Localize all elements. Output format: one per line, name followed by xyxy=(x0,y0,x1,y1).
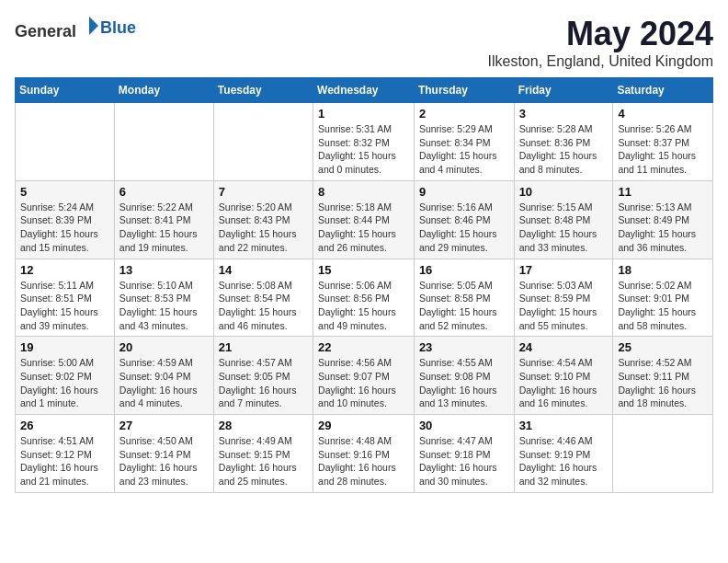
day-number: 7 xyxy=(219,185,308,199)
day-info: Sunrise: 5:20 AM Sunset: 8:43 PM Dayligh… xyxy=(219,201,308,255)
day-info: Sunrise: 4:54 AM Sunset: 9:10 PM Dayligh… xyxy=(519,356,609,410)
day-info: Sunrise: 5:10 AM Sunset: 8:53 PM Dayligh… xyxy=(119,279,209,333)
day-info: Sunrise: 5:28 AM Sunset: 8:36 PM Dayligh… xyxy=(519,122,609,177)
calendar-cell xyxy=(114,103,213,181)
day-info: Sunrise: 5:31 AM Sunset: 8:32 PM Dayligh… xyxy=(318,122,409,177)
calendar-cell: 23Sunrise: 4:55 AM Sunset: 9:08 PM Dayli… xyxy=(414,337,514,415)
day-info: Sunrise: 4:50 AM Sunset: 9:14 PM Dayligh… xyxy=(119,434,209,488)
calendar-cell: 31Sunrise: 4:46 AM Sunset: 9:19 PM Dayli… xyxy=(514,415,613,493)
location-title: Ilkeston, England, United Kingdom xyxy=(488,53,713,70)
day-info: Sunrise: 5:00 AM Sunset: 9:02 PM Dayligh… xyxy=(20,356,109,410)
calendar-cell: 6Sunrise: 5:22 AM Sunset: 8:41 PM Daylig… xyxy=(114,180,213,259)
calendar-cell: 8Sunrise: 5:18 AM Sunset: 8:44 PM Daylig… xyxy=(313,180,415,259)
day-number: 27 xyxy=(119,419,209,432)
calendar-cell xyxy=(613,415,713,493)
calendar-cell: 25Sunrise: 4:52 AM Sunset: 9:11 PM Dayli… xyxy=(613,337,713,415)
page-header: General Blue May 2024 Ilkeston, England,… xyxy=(15,15,713,70)
day-number: 29 xyxy=(318,419,409,432)
calendar-cell xyxy=(213,103,313,181)
week-row-4: 19Sunrise: 5:00 AM Sunset: 9:02 PM Dayli… xyxy=(16,337,713,415)
calendar-cell: 5Sunrise: 5:24 AM Sunset: 8:39 PM Daylig… xyxy=(16,180,115,259)
day-number: 28 xyxy=(219,419,308,432)
day-number: 17 xyxy=(519,263,609,277)
day-number: 13 xyxy=(119,263,209,277)
day-info: Sunrise: 5:03 AM Sunset: 8:59 PM Dayligh… xyxy=(519,279,609,333)
day-number: 31 xyxy=(519,419,609,432)
day-number: 16 xyxy=(419,263,509,277)
weekday-header-row: SundayMondayTuesdayWednesdayThursdayFrid… xyxy=(16,78,713,103)
day-info: Sunrise: 5:13 AM Sunset: 8:49 PM Dayligh… xyxy=(618,201,708,255)
calendar-cell: 11Sunrise: 5:13 AM Sunset: 8:49 PM Dayli… xyxy=(613,180,713,259)
logo-blue: Blue xyxy=(100,18,136,37)
day-number: 8 xyxy=(318,185,409,199)
day-number: 10 xyxy=(519,185,609,199)
day-number: 11 xyxy=(618,185,708,199)
calendar-cell: 15Sunrise: 5:06 AM Sunset: 8:56 PM Dayli… xyxy=(313,259,415,337)
calendar-cell: 4Sunrise: 5:26 AM Sunset: 8:37 PM Daylig… xyxy=(613,103,713,181)
calendar-cell: 29Sunrise: 4:48 AM Sunset: 9:16 PM Dayli… xyxy=(313,415,415,493)
day-number: 4 xyxy=(618,107,708,121)
logo-general: General xyxy=(15,22,76,40)
day-number: 26 xyxy=(20,419,109,432)
day-info: Sunrise: 4:59 AM Sunset: 9:04 PM Dayligh… xyxy=(119,356,209,410)
day-number: 18 xyxy=(618,263,708,277)
calendar-cell: 2Sunrise: 5:29 AM Sunset: 8:34 PM Daylig… xyxy=(414,103,514,181)
calendar-cell: 30Sunrise: 4:47 AM Sunset: 9:18 PM Dayli… xyxy=(414,415,514,493)
calendar-cell: 9Sunrise: 5:16 AM Sunset: 8:46 PM Daylig… xyxy=(414,180,514,259)
day-number: 12 xyxy=(20,263,109,277)
day-number: 23 xyxy=(419,340,509,354)
calendar-cell: 1Sunrise: 5:31 AM Sunset: 8:32 PM Daylig… xyxy=(313,103,415,181)
calendar-cell: 10Sunrise: 5:15 AM Sunset: 8:48 PM Dayli… xyxy=(514,180,613,259)
day-number: 22 xyxy=(318,340,409,354)
weekday-header-saturday: Saturday xyxy=(613,78,713,103)
weekday-header-friday: Friday xyxy=(514,78,613,103)
calendar-cell: 21Sunrise: 4:57 AM Sunset: 9:05 PM Dayli… xyxy=(213,337,313,415)
day-info: Sunrise: 5:29 AM Sunset: 8:34 PM Dayligh… xyxy=(419,122,509,177)
day-number: 25 xyxy=(618,340,708,354)
day-number: 30 xyxy=(419,419,509,432)
day-info: Sunrise: 4:52 AM Sunset: 9:11 PM Dayligh… xyxy=(618,356,708,410)
calendar-cell: 27Sunrise: 4:50 AM Sunset: 9:14 PM Dayli… xyxy=(114,415,213,493)
day-info: Sunrise: 5:15 AM Sunset: 8:48 PM Dayligh… xyxy=(519,201,609,255)
day-info: Sunrise: 4:47 AM Sunset: 9:18 PM Dayligh… xyxy=(419,434,509,488)
day-info: Sunrise: 4:48 AM Sunset: 9:16 PM Dayligh… xyxy=(318,434,409,488)
day-number: 5 xyxy=(20,185,109,199)
svg-marker-0 xyxy=(89,17,98,35)
calendar-cell: 12Sunrise: 5:11 AM Sunset: 8:51 PM Dayli… xyxy=(16,259,115,337)
day-number: 24 xyxy=(519,340,609,354)
calendar-cell: 7Sunrise: 5:20 AM Sunset: 8:43 PM Daylig… xyxy=(213,180,313,259)
weekday-header-sunday: Sunday xyxy=(16,78,115,103)
calendar-cell: 3Sunrise: 5:28 AM Sunset: 8:36 PM Daylig… xyxy=(514,103,613,181)
calendar-cell: 24Sunrise: 4:54 AM Sunset: 9:10 PM Dayli… xyxy=(514,337,613,415)
calendar-cell: 17Sunrise: 5:03 AM Sunset: 8:59 PM Dayli… xyxy=(514,259,613,337)
calendar-cell xyxy=(16,103,115,181)
week-row-5: 26Sunrise: 4:51 AM Sunset: 9:12 PM Dayli… xyxy=(16,415,713,493)
week-row-1: 1Sunrise: 5:31 AM Sunset: 8:32 PM Daylig… xyxy=(16,103,713,181)
calendar-cell: 19Sunrise: 5:00 AM Sunset: 9:02 PM Dayli… xyxy=(16,337,115,415)
day-number: 3 xyxy=(519,107,609,121)
day-info: Sunrise: 4:55 AM Sunset: 9:08 PM Dayligh… xyxy=(419,356,509,410)
day-info: Sunrise: 5:16 AM Sunset: 8:46 PM Dayligh… xyxy=(419,201,509,255)
logo-icon xyxy=(78,15,100,37)
day-info: Sunrise: 4:56 AM Sunset: 9:07 PM Dayligh… xyxy=(318,356,409,410)
weekday-header-wednesday: Wednesday xyxy=(313,78,415,103)
calendar-table: SundayMondayTuesdayWednesdayThursdayFrid… xyxy=(15,77,713,493)
weekday-header-tuesday: Tuesday xyxy=(213,78,313,103)
day-info: Sunrise: 5:02 AM Sunset: 9:01 PM Dayligh… xyxy=(618,279,708,333)
calendar-cell: 14Sunrise: 5:08 AM Sunset: 8:54 PM Dayli… xyxy=(213,259,313,337)
calendar-cell: 20Sunrise: 4:59 AM Sunset: 9:04 PM Dayli… xyxy=(114,337,213,415)
weekday-header-monday: Monday xyxy=(114,78,213,103)
day-number: 2 xyxy=(419,107,509,121)
day-info: Sunrise: 5:18 AM Sunset: 8:44 PM Dayligh… xyxy=(318,201,409,255)
weekday-header-thursday: Thursday xyxy=(414,78,514,103)
logo: General Blue xyxy=(15,15,136,41)
day-info: Sunrise: 4:46 AM Sunset: 9:19 PM Dayligh… xyxy=(519,434,609,488)
day-number: 1 xyxy=(318,107,409,121)
calendar-cell: 28Sunrise: 4:49 AM Sunset: 9:15 PM Dayli… xyxy=(213,415,313,493)
month-title: May 2024 xyxy=(488,15,713,53)
calendar-cell: 26Sunrise: 4:51 AM Sunset: 9:12 PM Dayli… xyxy=(16,415,115,493)
calendar-cell: 16Sunrise: 5:05 AM Sunset: 8:58 PM Dayli… xyxy=(414,259,514,337)
day-info: Sunrise: 5:08 AM Sunset: 8:54 PM Dayligh… xyxy=(219,279,308,333)
day-info: Sunrise: 5:11 AM Sunset: 8:51 PM Dayligh… xyxy=(20,279,109,333)
calendar-cell: 22Sunrise: 4:56 AM Sunset: 9:07 PM Dayli… xyxy=(313,337,415,415)
